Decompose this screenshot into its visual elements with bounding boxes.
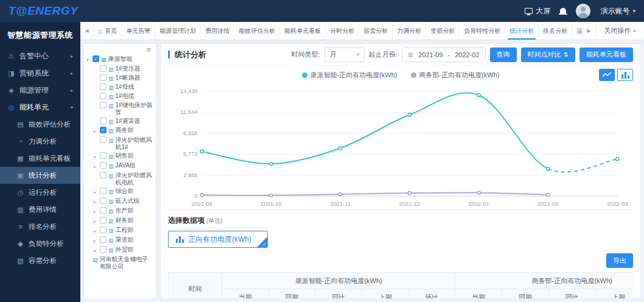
- tree-checkbox[interactable]: [100, 246, 107, 253]
- sidebar-item-运行分析[interactable]: ◷运行分析: [0, 184, 80, 201]
- tree-item-嵌入式组[interactable]: ▸▥嵌入式组: [93, 197, 154, 206]
- bar-chart-toggle[interactable]: [617, 69, 633, 81]
- tree-item-JAVA组[interactable]: ▸▥JAVA组: [93, 161, 154, 171]
- tree-checkbox[interactable]: [100, 172, 107, 178]
- big-screen-button[interactable]: 大屏: [525, 6, 550, 16]
- search-button[interactable]: 查询: [490, 47, 517, 62]
- tree-item-淬火炉助燃风机电机[interactable]: ▥淬火炉助燃风机电机: [93, 171, 154, 187]
- tab-费用详情[interactable]: 费用详情: [201, 22, 234, 40]
- tab-负荷特性分析[interactable]: 负荷特性分析: [460, 22, 505, 40]
- tree-collapse-icon[interactable]: ≡: [146, 46, 151, 53]
- sidebar-item-能源管理[interactable]: ◈能源管理▸: [0, 82, 80, 99]
- tree-item-生产部[interactable]: ▸▥生产部: [93, 206, 154, 216]
- tree-checkbox[interactable]: [100, 74, 107, 81]
- tree-checkbox[interactable]: [100, 226, 107, 233]
- caret-right-icon[interactable]: ▸: [94, 152, 98, 161]
- tree-item-1#电缆[interactable]: ▥1#电缆: [93, 92, 154, 101]
- caret-right-icon[interactable]: ▸: [94, 188, 98, 196]
- tree-checkbox[interactable]: [100, 83, 107, 90]
- sidebar-item-负荷特分析[interactable]: ◆负荷特分析: [0, 235, 80, 252]
- tree-item-商务部[interactable]: ▸✓▥商务部: [93, 126, 154, 136]
- legend-item[interactable]: 商务部-正向有功电度(kWh): [411, 71, 500, 80]
- tree-checkbox[interactable]: [100, 236, 107, 243]
- data-item-button[interactable]: 正向有功电度(kWh) ✓: [168, 231, 268, 248]
- tab-运行分析[interactable]: 运行分析: [572, 22, 582, 40]
- tree-checkbox[interactable]: [100, 217, 107, 223]
- tree-checkbox[interactable]: [100, 197, 107, 204]
- caret-right-icon[interactable]: ▸: [94, 162, 98, 170]
- sidebar-item-统计分析[interactable]: ▣统计分析: [0, 167, 80, 184]
- date-range-picker[interactable]: ▦ 2021-09 - 2022-02: [402, 47, 486, 62]
- line-chart-toggle[interactable]: [599, 69, 615, 81]
- time-type-select[interactable]: 月 ▾: [324, 47, 365, 62]
- tree-item-1#变压器[interactable]: ▥1#变压器: [93, 65, 154, 74]
- tree-checkbox[interactable]: [100, 136, 107, 143]
- filter-bar: 时间类型: 月 ▾ 起止月份: ▦ 2021-09 - 2022-02 查询 时…: [292, 47, 633, 62]
- tree-item-康派智能[interactable]: ▾✓▦康派智能: [86, 55, 154, 65]
- tab-能源管理计划[interactable]: 能源管理计划: [155, 22, 201, 40]
- tab-变损分析[interactable]: 变损分析: [426, 22, 460, 40]
- sidebar-item-能耗单元看板[interactable]: ▦能耗单元看板: [0, 150, 80, 167]
- tree-checkbox[interactable]: [100, 93, 107, 99]
- account-menu[interactable]: 演示账号 ▾: [600, 6, 635, 16]
- tree-checkbox[interactable]: [100, 162, 107, 169]
- tree-item-工程部[interactable]: ▸▥工程部: [93, 226, 154, 236]
- tab-统计分析[interactable]: 统计分析: [505, 22, 539, 40]
- sidebar-item-排名分析[interactable]: ≡排名分析: [0, 218, 80, 235]
- tree-item-1#继电保护装置[interactable]: ▥1#继电保护装置: [93, 101, 154, 117]
- unit-kanban-button[interactable]: 能耗单元看板: [579, 47, 633, 62]
- tab-排名分析[interactable]: 排名分析: [539, 22, 572, 40]
- sidebar-item-能效评估分析[interactable]: ▤能效评估分析: [0, 116, 80, 133]
- tree-item-河南航天金穗电子有限公司[interactable]: ▤河南航天金穗电子有限公司: [86, 255, 154, 271]
- tree-item-1#避雷器[interactable]: ▥1#避雷器: [93, 117, 154, 126]
- tree-item-渠道部[interactable]: ▸▥渠道部: [93, 236, 154, 245]
- sidebar-item-营销系统[interactable]: ◨营销系统▸: [0, 65, 80, 82]
- notifications-button[interactable]: [560, 9, 566, 13]
- tab-容需分析[interactable]: 容需分析: [359, 22, 393, 40]
- caret-right-icon[interactable]: ▸: [94, 226, 98, 235]
- caret-right-icon[interactable]: ▸: [94, 236, 98, 245]
- tree-checkbox[interactable]: ✓: [100, 127, 107, 133]
- sidebar-item-费用详情[interactable]: ▥费用详情: [0, 201, 80, 218]
- tab-分时分析[interactable]: 分时分析: [326, 22, 359, 40]
- sidebar-item-能耗单元[interactable]: ◎能耗单元▾: [0, 99, 80, 116]
- tree-checkbox[interactable]: [100, 102, 107, 108]
- tree-item-外贸部[interactable]: ▸▥外贸部: [93, 245, 154, 255]
- tab-能耗单元看板[interactable]: 能耗单元看板: [280, 22, 326, 40]
- tree-checkbox[interactable]: ✓: [93, 55, 99, 62]
- tree-item-综合部[interactable]: ▸▥综合部: [93, 187, 154, 197]
- close-operations-menu[interactable]: 关闭操作 ▾: [595, 22, 644, 40]
- tabs-scroll-left-button[interactable]: ◀: [80, 22, 94, 40]
- tree-item-财务部[interactable]: ▸▥财务部: [93, 216, 154, 226]
- legend-item[interactable]: 康派智能-正向有功电度(kWh): [302, 71, 397, 80]
- sidebar-item-力调分析[interactable]: ◔力调分析: [0, 133, 80, 150]
- time-compare-button[interactable]: 时间点对比 ⇅: [521, 47, 575, 62]
- tab-单元告警[interactable]: 单元告警: [122, 22, 155, 40]
- tab-能效评估分析[interactable]: 能效评估分析: [234, 22, 280, 40]
- tree-checkbox[interactable]: [100, 188, 107, 194]
- marketing-icon: ◨: [7, 69, 15, 77]
- caret-right-icon[interactable]: ▸: [94, 127, 98, 135]
- caret-right-icon[interactable]: ▸: [94, 197, 98, 206]
- tree-item-1#断路器[interactable]: ▥1#断路器: [93, 74, 154, 83]
- bar-chart-icon: [176, 236, 184, 243]
- tree-item-label: 嵌入式组: [116, 197, 140, 205]
- caret-right-icon[interactable]: ▸: [94, 246, 98, 255]
- tree-checkbox[interactable]: [100, 118, 107, 124]
- tab-首页[interactable]: ⌂首页: [94, 22, 122, 40]
- avatar[interactable]: [576, 4, 590, 18]
- tree-checkbox[interactable]: [100, 207, 107, 214]
- tree-checkbox[interactable]: [100, 65, 107, 72]
- tree-item-淬火炉助燃风机1#[interactable]: ▥淬火炉助燃风机1#: [93, 136, 154, 152]
- caret-right-icon[interactable]: ▸: [94, 207, 98, 216]
- sidebar-item-容需分析[interactable]: ▧容需分析: [0, 252, 80, 269]
- tree-item-1#母线[interactable]: ▥1#母线: [93, 83, 154, 92]
- tree-item-销售部[interactable]: ▸▥销售部: [93, 152, 154, 161]
- caret-down-icon[interactable]: ▾: [86, 55, 91, 64]
- export-button[interactable]: 导出: [606, 253, 633, 268]
- caret-right-icon[interactable]: ▸: [94, 217, 98, 225]
- tabs-scroll-right-button[interactable]: ▶: [582, 22, 595, 40]
- tab-力调分析[interactable]: 力调分析: [393, 22, 426, 40]
- sidebar-item-告警中心[interactable]: ⚠告警中心▸: [0, 47, 80, 65]
- tree-checkbox[interactable]: [100, 152, 107, 159]
